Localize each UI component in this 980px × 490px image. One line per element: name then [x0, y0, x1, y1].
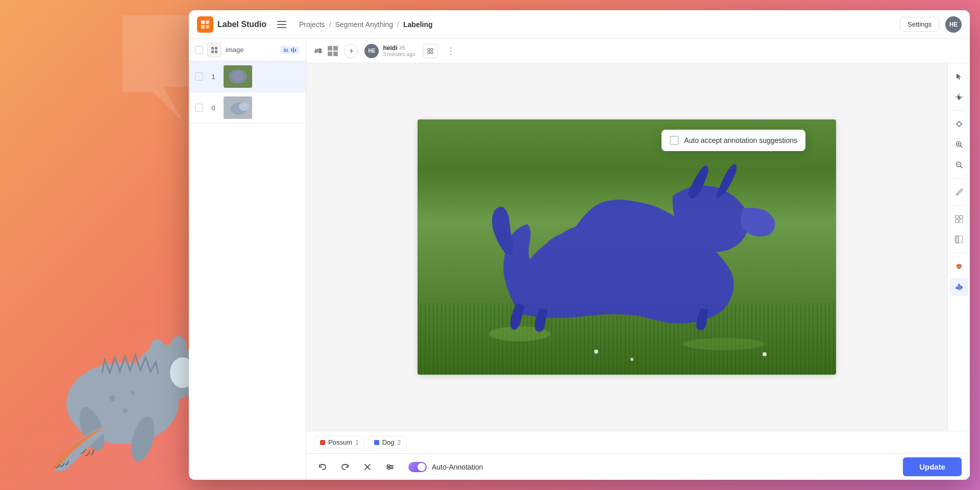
task-list-label: image — [226, 46, 243, 54]
svg-rect-59 — [955, 219, 959, 223]
svg-point-66 — [958, 267, 960, 269]
svg-point-5 — [150, 339, 165, 360]
possum-label-tag[interactable]: Possum 1 — [314, 436, 364, 449]
svg-point-43 — [763, 352, 767, 356]
auto-annotation-label: Auto-Annotation — [432, 463, 483, 471]
svg-point-42 — [630, 358, 633, 361]
close-annotation-button[interactable] — [359, 459, 376, 475]
svg-rect-44 — [958, 97, 961, 99]
hamburger-line-2 — [277, 24, 286, 25]
annotation-controls — [423, 44, 437, 58]
svg-point-30 — [232, 71, 244, 82]
svg-rect-27 — [295, 49, 296, 52]
task-id-badge: #8 — [314, 47, 322, 55]
color-tool-button[interactable] — [950, 257, 968, 276]
update-button[interactable]: Update — [903, 457, 962, 476]
more-options-button[interactable]: ⋮ — [444, 44, 458, 58]
possum-label-count: 1 — [355, 439, 359, 446]
task-checkbox-1[interactable] — [195, 72, 203, 81]
tool-separator-3 — [952, 205, 966, 206]
breadcrumb-sep-1: / — [329, 20, 331, 29]
crosshair-tool-button[interactable] — [950, 115, 968, 133]
eraser-tool-button[interactable] — [950, 230, 968, 249]
svg-point-14 — [109, 395, 115, 401]
svg-rect-57 — [955, 215, 959, 218]
svg-point-76 — [390, 466, 392, 468]
svg-rect-62 — [955, 236, 959, 243]
add-annotation-button[interactable]: + — [344, 44, 358, 58]
breadcrumb-segment-anything[interactable]: Segment Anything — [335, 20, 393, 29]
task-item-1[interactable]: 1 — [189, 61, 306, 92]
auto-accept-checkbox[interactable] — [670, 136, 679, 145]
possum-color-indicator — [320, 440, 325, 445]
zoom-out-button[interactable] — [950, 156, 968, 174]
annotation-edit-button[interactable] — [423, 44, 437, 58]
cursor-tool-button[interactable] — [950, 67, 968, 86]
tool-separator-1 — [952, 110, 966, 111]
svg-point-77 — [388, 468, 390, 470]
annotation-settings-button[interactable] — [382, 459, 398, 475]
undo-button[interactable] — [314, 459, 331, 475]
svg-rect-25 — [291, 48, 292, 52]
svg-rect-37 — [431, 52, 433, 54]
tool-separator-4 — [952, 253, 966, 253]
auto-accept-label: Auto accept annotation suggestions — [684, 136, 797, 144]
toggle-knob — [418, 463, 426, 471]
brush-tool-button[interactable] — [950, 183, 968, 201]
dog-color-indicator — [374, 440, 379, 445]
auto-annotation-toggle[interactable]: Auto-Annotation — [408, 462, 483, 472]
app-window: Label Studio Projects / Segment Anything… — [189, 10, 970, 480]
redo-button[interactable] — [337, 459, 353, 475]
grid-view-toggle[interactable] — [328, 46, 338, 56]
task-num-2: 0 — [208, 104, 218, 112]
main-content: image in 1 — [189, 39, 970, 480]
pan-tool-button[interactable] — [950, 88, 968, 106]
svg-point-67 — [955, 287, 958, 289]
user-name-info: heidi #5 3 minutes ago — [383, 44, 415, 57]
task-list: image in 1 — [189, 39, 306, 480]
user-avatar-header: HE — [945, 16, 962, 33]
svg-line-51 — [960, 146, 962, 148]
toggle-switch[interactable] — [408, 462, 427, 472]
svg-rect-36 — [428, 52, 430, 54]
canvas-wrapper: Auto accept annotation suggestions — [306, 63, 970, 431]
task-thumbnail-2 — [224, 96, 252, 119]
app-title: Label Studio — [217, 20, 266, 29]
svg-rect-24 — [215, 51, 217, 53]
label-bar: Possum 1 Dog 2 — [306, 431, 970, 453]
hamburger-line-1 — [277, 21, 286, 22]
svg-point-68 — [961, 286, 963, 288]
settings-button[interactable]: Settings — [900, 17, 939, 32]
tool-separator-2 — [952, 178, 966, 179]
user-timestamp: 3 minutes ago — [383, 52, 415, 57]
select-all-checkbox[interactable] — [195, 46, 203, 54]
possum-label-name: Possum — [328, 438, 352, 446]
svg-rect-19 — [201, 25, 205, 29]
annotation-num: #5 — [399, 45, 405, 51]
grid-view-button[interactable] — [207, 43, 222, 57]
task-list-header: image in — [189, 39, 306, 61]
task-item-2[interactable]: 0 — [189, 92, 306, 124]
view-toggle[interactable]: in — [280, 46, 300, 54]
dog-label-tag[interactable]: Dog 2 — [369, 436, 407, 449]
breadcrumb-labeling[interactable]: Labeling — [403, 20, 433, 29]
svg-rect-23 — [211, 51, 214, 53]
task-checkbox-2[interactable] — [195, 104, 203, 112]
image-canvas: Auto accept annotation suggestions — [418, 119, 836, 375]
action-bar: Auto-Annotation Update — [306, 453, 970, 480]
svg-rect-34 — [428, 48, 430, 51]
labeling-toolbar: #8 + HE heidi #5 — [306, 39, 970, 63]
svg-point-64 — [957, 264, 959, 266]
svg-point-75 — [387, 464, 389, 466]
hamburger-button[interactable] — [275, 17, 289, 32]
svg-point-33 — [239, 103, 249, 111]
zoom-in-button[interactable] — [950, 135, 968, 154]
canvas-container: Auto accept annotation suggestions — [306, 63, 947, 431]
segment-tool-button[interactable] — [950, 278, 968, 296]
magic-wand-button[interactable] — [950, 210, 968, 228]
svg-rect-22 — [215, 47, 217, 50]
breadcrumb: Projects / Segment Anything / Labeling — [299, 20, 894, 29]
breadcrumb-projects[interactable]: Projects — [299, 20, 325, 29]
auto-accept-tooltip: Auto accept annotation suggestions — [662, 130, 805, 151]
hamburger-line-3 — [277, 27, 286, 28]
